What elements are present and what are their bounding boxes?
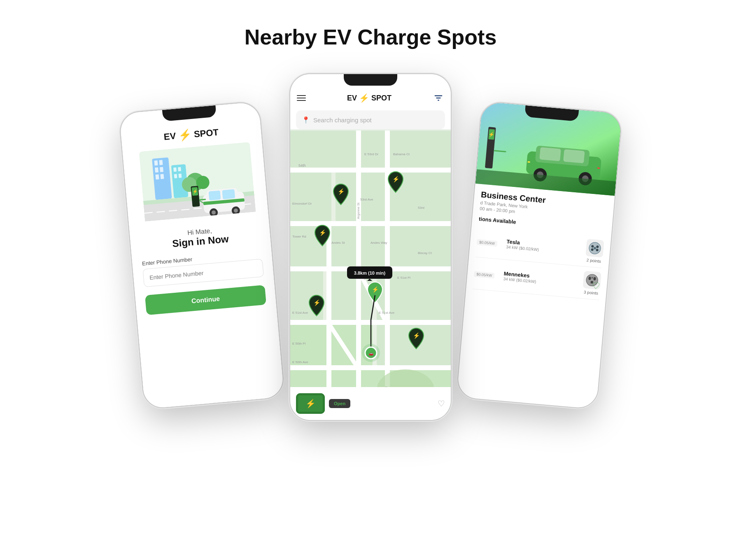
svg-rect-22: [209, 191, 221, 201]
logo-bolt-icon: ⚡: [178, 128, 192, 142]
mennekes-info: Mennekes 34 kW ($0.02/kW): [503, 270, 580, 287]
svg-text:E 50th Pl: E 50th Pl: [292, 342, 306, 345]
logo-ev-text: EV: [163, 131, 177, 142]
map-screen: EV ⚡ SPOT 📍 Search charging spot: [290, 74, 451, 420]
svg-text:⚡: ⚡: [372, 286, 379, 293]
right-phone: ⚡: [457, 102, 622, 409]
svg-rect-42: [389, 225, 451, 266]
center-phone-inner: EV ⚡ SPOT 📍 Search charging spot: [290, 74, 451, 420]
svg-text:Tower Rd: Tower Rd: [292, 235, 306, 238]
svg-rect-2: [154, 160, 158, 166]
filter-icon[interactable]: [433, 92, 444, 104]
svg-rect-108: [563, 149, 585, 163]
svg-rect-11: [174, 174, 177, 179]
detail-screen: ⚡: [457, 102, 622, 409]
svg-text:53rd: 53rd: [418, 206, 424, 210]
svg-rect-36: [360, 131, 451, 168]
signin-title: Sign in Now: [172, 233, 229, 250]
svg-rect-107: [539, 147, 561, 161]
svg-text:⚡: ⚡: [313, 299, 321, 306]
detail-content: Business Center d Trade Park, New York 0…: [457, 184, 615, 409]
svg-text:53rd Ave: 53rd Ave: [360, 198, 373, 201]
svg-text:⚡: ⚡: [192, 189, 198, 194]
svg-text:⚡: ⚡: [413, 332, 420, 339]
svg-text:⚡: ⚡: [488, 131, 495, 138]
tesla-price: $0.05/kW: [477, 239, 498, 246]
tesla-connector-image: [585, 239, 604, 258]
search-placeholder: Search charging spot: [313, 117, 372, 124]
map-logo-spot: SPOT: [371, 94, 391, 103]
svg-text:⚡: ⚡: [305, 399, 316, 408]
svg-rect-4: [155, 167, 158, 173]
svg-text:Bahama Ct: Bahama Ct: [393, 152, 410, 156]
map-background: 54th E 53rd Dr Bahama Ct Elmondorf Dr 53…: [290, 129, 451, 420]
svg-text:Andes St: Andes St: [331, 241, 345, 245]
signin-logo: EV ⚡ SPOT: [163, 126, 219, 143]
signin-screen: EV ⚡ SPOT: [119, 102, 284, 409]
tesla-info: Tesla 34 kW ($0.02/kW): [506, 238, 583, 255]
ev-illustration: ⚡: [139, 142, 252, 226]
svg-text:Biscay Ct: Biscay Ct: [418, 251, 432, 255]
mennekes-price: $0.05/kW: [474, 271, 495, 278]
svg-rect-37: [290, 172, 331, 221]
svg-text:🚗: 🚗: [368, 351, 374, 356]
map-logo: EV ⚡ SPOT: [347, 93, 391, 103]
center-phone: EV ⚡ SPOT 📍 Search charging spot: [290, 74, 451, 420]
svg-rect-6: [155, 174, 159, 180]
hamburger-icon[interactable]: [297, 95, 306, 101]
svg-rect-53: [290, 221, 451, 226]
tesla-points: 2 points: [586, 258, 601, 264]
map-bottom-bar: ⚡ Open ♡: [290, 387, 451, 420]
map-logo-bolt-icon: ⚡: [359, 93, 369, 103]
favorite-heart-icon[interactable]: ♡: [592, 280, 601, 292]
left-phone: EV ⚡ SPOT: [119, 102, 284, 409]
svg-rect-9: [173, 168, 177, 172]
map-logo-ev: EV: [347, 94, 357, 103]
svg-text:⚡: ⚡: [338, 188, 345, 195]
continue-button[interactable]: Continue: [145, 285, 266, 315]
svg-rect-10: [178, 167, 181, 172]
svg-rect-7: [160, 174, 164, 179]
center-notch: [344, 74, 397, 86]
phones-container: EV ⚡ SPOT: [82, 74, 659, 465]
svg-text:E 50th Ave: E 50th Ave: [292, 360, 308, 364]
page-title: Nearby EV Charge Spots: [245, 25, 497, 49]
svg-rect-3: [159, 160, 163, 165]
svg-rect-12: [179, 174, 182, 178]
svg-text:Argonne St: Argonne St: [357, 202, 360, 219]
svg-rect-35: [290, 131, 356, 168]
svg-text:Andes Way: Andes Way: [370, 241, 387, 245]
svg-text:E 51st Ave: E 51st Ave: [379, 311, 395, 315]
svg-rect-52: [290, 168, 451, 173]
right-phone-inner: ⚡: [457, 102, 622, 409]
left-phone-inner: EV ⚡ SPOT: [119, 102, 284, 409]
svg-text:E 51st Pl: E 51st Pl: [397, 276, 410, 280]
open-badge: Open: [329, 399, 350, 408]
svg-rect-23: [222, 189, 235, 199]
svg-text:54th: 54th: [298, 163, 306, 168]
station-thumbnail: ⚡: [296, 393, 325, 414]
svg-text:E 51st Ave: E 51st Ave: [292, 311, 308, 315]
map-area[interactable]: 54th E 53rd Dr Bahama Ct Elmondorf Dr 53…: [290, 129, 451, 420]
svg-rect-5: [160, 167, 163, 172]
favorite-icon[interactable]: ♡: [438, 399, 445, 408]
svg-text:⚡: ⚡: [319, 229, 326, 236]
svg-rect-113: [528, 161, 530, 163]
svg-text:Elmondorf Dr: Elmondorf Dr: [292, 202, 312, 205]
svg-text:⚡: ⚡: [392, 176, 400, 183]
svg-text:E 53rd Dr: E 53rd Dr: [364, 152, 379, 156]
svg-rect-56: [290, 365, 451, 370]
svg-text:3.8km (10 min): 3.8km (10 min): [354, 271, 386, 275]
search-bar[interactable]: 📍 Search charging spot: [296, 110, 445, 129]
logo-spot-text: SPOT: [193, 127, 219, 140]
svg-rect-114: [597, 167, 600, 169]
location-pin-icon: 📍: [302, 116, 310, 124]
